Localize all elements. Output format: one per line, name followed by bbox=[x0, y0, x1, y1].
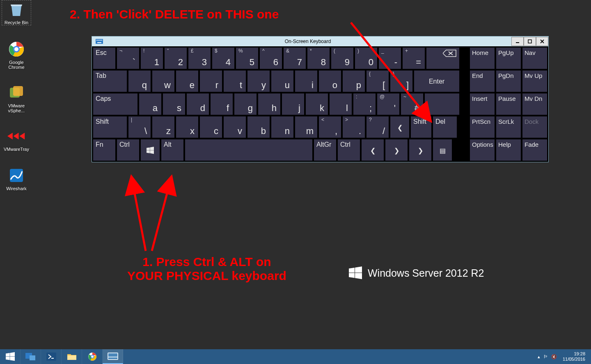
key-l[interactable]: l bbox=[330, 93, 352, 115]
key-shift[interactable]: Shift bbox=[93, 116, 127, 138]
taskbar-powershell[interactable] bbox=[41, 349, 62, 364]
side-key-end[interactable]: End bbox=[470, 71, 495, 92]
side-key-options[interactable]: Options bbox=[470, 139, 495, 161]
key-[interactable]: @' bbox=[377, 93, 399, 115]
side-key-home[interactable]: Home bbox=[470, 48, 495, 69]
key-windows[interactable] bbox=[141, 139, 160, 161]
desktop-icon-recycle-bin[interactable]: Recycle Bin bbox=[2, 0, 31, 25]
down-arrow[interactable]: ❯ bbox=[385, 139, 408, 161]
key-altgr[interactable]: AltGr bbox=[314, 139, 336, 161]
side-key-pgup[interactable]: PgUp bbox=[496, 48, 521, 69]
key-u[interactable]: u bbox=[271, 71, 293, 92]
taskbar-osk[interactable] bbox=[103, 349, 123, 364]
key-x[interactable]: x bbox=[176, 116, 198, 138]
taskbar-explorer[interactable] bbox=[62, 349, 82, 364]
key-backspace[interactable] bbox=[426, 48, 459, 69]
key-a[interactable]: a bbox=[139, 93, 161, 115]
key-blank[interactable] bbox=[425, 93, 459, 115]
key-q[interactable]: q bbox=[128, 71, 151, 92]
tray-chevron-icon[interactable]: ▴ bbox=[538, 354, 540, 359]
key-[interactable]: += bbox=[403, 48, 425, 69]
key-o[interactable]: o bbox=[319, 71, 341, 92]
key-enter[interactable]: Enter bbox=[414, 71, 459, 92]
key-[interactable]: {[ bbox=[367, 71, 389, 92]
taskbar-server-manager[interactable] bbox=[21, 349, 41, 364]
key-j[interactable]: j bbox=[282, 93, 304, 115]
left-arrow[interactable]: ❮ bbox=[362, 139, 384, 161]
maximize-button[interactable] bbox=[524, 37, 536, 46]
key-e[interactable]: e bbox=[176, 71, 198, 92]
key-p[interactable]: p bbox=[343, 71, 365, 92]
side-key-insert[interactable]: Insert bbox=[470, 93, 495, 115]
key-del[interactable]: Del bbox=[433, 116, 457, 138]
desktop-icon-wireshark[interactable]: Wireshark bbox=[2, 166, 31, 191]
key-[interactable]: :; bbox=[353, 93, 376, 115]
system-tray[interactable]: ▴ 🏳 🔇 19:28 11/05/2016 bbox=[534, 349, 591, 364]
up-arrow[interactable]: ❮ bbox=[390, 116, 409, 138]
menu-key[interactable]: ▤ bbox=[433, 139, 452, 161]
desktop-icon-vmware-vsphere[interactable]: VMware vSphe... bbox=[2, 84, 31, 113]
key-[interactable]: <, bbox=[319, 116, 341, 138]
key-h[interactable]: h bbox=[258, 93, 280, 115]
key-4[interactable]: $4 bbox=[212, 48, 234, 69]
key-[interactable]: _- bbox=[379, 48, 401, 69]
tray-volume-muted-icon[interactable]: 🔇 bbox=[551, 354, 557, 359]
key-r[interactable]: r bbox=[200, 71, 222, 92]
key-alt[interactable]: Alt bbox=[161, 139, 183, 161]
right-arrow[interactable]: ❯ bbox=[409, 139, 431, 161]
key-8[interactable]: *8 bbox=[307, 48, 330, 69]
side-key-nav[interactable]: Nav bbox=[522, 48, 547, 69]
key-[interactable]: ~# bbox=[401, 93, 423, 115]
key-blank[interactable] bbox=[185, 139, 312, 161]
key-s[interactable]: s bbox=[163, 93, 185, 115]
side-key-fade[interactable]: Fade bbox=[522, 139, 547, 161]
key-i[interactable]: i bbox=[295, 71, 317, 92]
side-key-prtscn[interactable]: PrtScn bbox=[470, 116, 495, 138]
key-ctrl[interactable]: Ctrl bbox=[117, 139, 139, 161]
desktop-icon-chrome[interactable]: Google Chrome bbox=[2, 40, 31, 70]
key-d[interactable]: d bbox=[187, 93, 209, 115]
key-g[interactable]: g bbox=[234, 93, 257, 115]
key-5[interactable]: %5 bbox=[236, 48, 258, 69]
close-button[interactable] bbox=[536, 37, 548, 46]
key-y[interactable]: y bbox=[247, 71, 270, 92]
tray-flag-icon[interactable]: 🏳 bbox=[543, 354, 548, 359]
key-9[interactable]: (9 bbox=[331, 48, 353, 69]
key-2[interactable]: "2 bbox=[165, 48, 187, 69]
key-n[interactable]: n bbox=[271, 116, 293, 138]
desktop-icon-vmwaretray[interactable]: VMwareTray bbox=[2, 127, 31, 152]
key-caps[interactable]: Caps bbox=[93, 93, 137, 115]
key-3[interactable]: £3 bbox=[188, 48, 211, 69]
key-w[interactable]: w bbox=[152, 71, 174, 92]
key-[interactable]: ?/ bbox=[367, 116, 389, 138]
key-t[interactable]: t bbox=[224, 71, 246, 92]
key-[interactable]: |\ bbox=[128, 116, 151, 138]
side-key-pgdn[interactable]: PgDn bbox=[496, 71, 521, 92]
osk-titlebar[interactable]: On-Screen Keyboard bbox=[92, 36, 548, 46]
key-fn[interactable]: Fn bbox=[93, 139, 115, 161]
key-shift[interactable]: Shift bbox=[411, 116, 431, 138]
key-b[interactable]: b bbox=[247, 116, 270, 138]
start-button[interactable] bbox=[0, 349, 21, 364]
side-key-pause[interactable]: Pause bbox=[496, 93, 521, 115]
key-ctrl[interactable]: Ctrl bbox=[338, 139, 360, 161]
side-key-mv-up[interactable]: Mv Up bbox=[522, 71, 547, 92]
key-esc[interactable]: Esc bbox=[93, 48, 115, 69]
key-c[interactable]: c bbox=[200, 116, 222, 138]
minimize-button[interactable] bbox=[511, 37, 524, 46]
key-v[interactable]: v bbox=[224, 116, 246, 138]
side-key-dock[interactable]: Dock bbox=[522, 116, 547, 138]
taskbar-chrome[interactable] bbox=[82, 349, 103, 364]
key-7[interactable]: &7 bbox=[284, 48, 306, 69]
key-[interactable]: }] bbox=[390, 71, 412, 92]
key-0[interactable]: )0 bbox=[355, 48, 377, 69]
side-key-scrlk[interactable]: ScrLk bbox=[496, 116, 521, 138]
key-k[interactable]: k bbox=[306, 93, 328, 115]
side-key-help[interactable]: Help bbox=[496, 139, 521, 161]
key-m[interactable]: m bbox=[295, 116, 317, 138]
key-1[interactable]: !1 bbox=[141, 48, 163, 69]
key-6[interactable]: ^6 bbox=[260, 48, 282, 69]
side-key-mv-dn[interactable]: Mv Dn bbox=[522, 93, 547, 115]
key-[interactable]: >. bbox=[343, 116, 365, 138]
key-tab[interactable]: Tab bbox=[93, 71, 127, 92]
